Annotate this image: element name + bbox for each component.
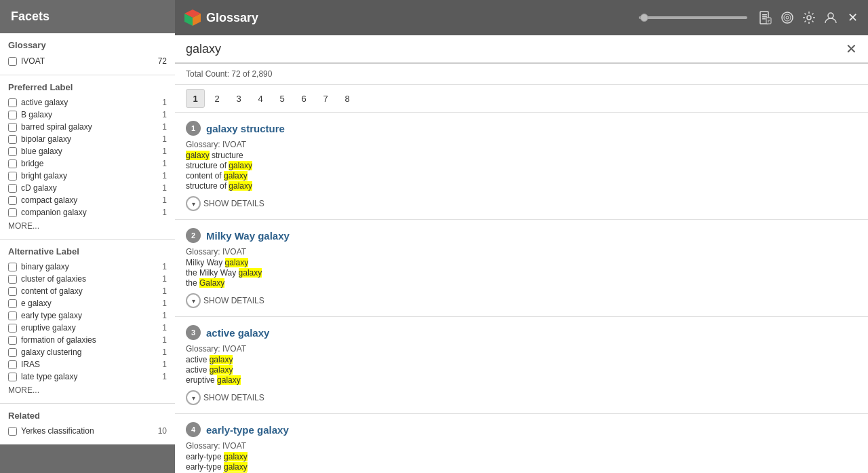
alternative-label-more[interactable]: MORE... — [8, 383, 167, 396]
slider-track[interactable] — [639, 16, 747, 19]
svg-rect-4 — [762, 14, 767, 16]
alt-item-cluster[interactable]: cluster of galaxies 1 — [8, 273, 167, 285]
zoom-slider[interactable] — [639, 16, 747, 19]
alt-item-iras[interactable]: IRAS 1 — [8, 358, 167, 371]
alt-count-late-type: 1 — [162, 372, 167, 381]
alt-item-early-type[interactable]: early type galaxy 1 — [8, 309, 167, 322]
pref-item-bridge[interactable]: bridge 1 — [8, 157, 167, 170]
pref-cb-compact[interactable] — [8, 196, 17, 205]
sidebar: Facets Glossary IVOAT 72 Preferred Label… — [0, 0, 175, 473]
alt-item-late-type[interactable]: late type galaxy 1 — [8, 371, 167, 383]
alt-count-early-type: 1 — [162, 311, 167, 320]
search-clear-button[interactable]: ✕ — [846, 41, 857, 57]
svg-point-11 — [807, 16, 811, 20]
alt-item-content[interactable]: content of galaxy 1 — [8, 285, 167, 297]
pref-item-bipolar[interactable]: bipolar galaxy 1 — [8, 133, 167, 145]
alt-label-galaxy-clustering: galaxy clustering — [21, 347, 159, 357]
result-3-header: 3 active galaxy — [186, 325, 857, 340]
alt-cb-e-galaxy[interactable] — [8, 299, 17, 308]
pref-item-barred-spiral[interactable]: barred spiral galaxy 1 — [8, 121, 167, 133]
page-3-button[interactable]: 3 — [229, 89, 248, 108]
pref-cb-active-galaxy[interactable] — [8, 98, 17, 107]
pref-cb-cd[interactable] — [8, 184, 17, 193]
header-icons: ✕ — [758, 10, 860, 25]
result-2-header: 2 Milky Way galaxy — [186, 228, 857, 243]
result-3-show-details[interactable]: ▾ SHOW DETAILS — [186, 390, 264, 405]
alt-item-galaxy-clustering[interactable]: galaxy clustering 1 — [8, 346, 167, 358]
pref-cb-blue[interactable] — [8, 147, 17, 156]
pref-cb-bipolar[interactable] — [8, 135, 17, 144]
result-2-line-3: the Galaxy — [186, 278, 857, 288]
result-1-title[interactable]: galaxy structure — [206, 123, 285, 134]
pref-cb-barred-spiral[interactable] — [8, 123, 17, 132]
alt-count-iras: 1 — [162, 360, 167, 369]
alt-cb-cluster[interactable] — [8, 275, 17, 284]
pref-cb-b-galaxy[interactable] — [8, 111, 17, 119]
alt-label-cluster: cluster of galaxies — [21, 274, 159, 284]
pref-label-b-galaxy: B galaxy — [21, 110, 159, 119]
pref-item-blue[interactable]: blue galaxy 1 — [8, 145, 167, 157]
alt-item-binary[interactable]: binary galaxy 1 — [8, 261, 167, 273]
result-4-line-2: early-type galaxy — [186, 462, 857, 472]
result-2-show-details[interactable]: ▾ SHOW DETAILS — [186, 293, 264, 308]
pref-label-active-galaxy: active galaxy — [21, 98, 159, 107]
result-3-title[interactable]: active galaxy — [206, 327, 269, 339]
search-input[interactable] — [186, 42, 846, 56]
alt-item-e-galaxy[interactable]: e galaxy 1 — [8, 297, 167, 309]
result-4-number: 4 — [186, 422, 201, 437]
alt-cb-iras[interactable] — [8, 360, 17, 369]
glossary-ivoat-checkbox[interactable] — [8, 57, 17, 66]
pref-label-compact: compact galaxy — [21, 195, 159, 205]
pref-cb-bright[interactable] — [8, 172, 17, 181]
related-item-yerkes[interactable]: Yerkes classification 10 — [8, 425, 167, 437]
page-8-button[interactable]: 8 — [338, 89, 357, 108]
page-7-button[interactable]: 7 — [316, 89, 335, 108]
pref-item-companion[interactable]: companion galaxy 1 — [8, 206, 167, 219]
alt-cb-content[interactable] — [8, 287, 17, 296]
pref-count-active-galaxy: 1 — [162, 98, 167, 107]
pref-cb-bridge[interactable] — [8, 159, 17, 168]
gear-icon[interactable] — [802, 10, 816, 25]
pref-item-b-galaxy[interactable]: B galaxy 1 — [8, 109, 167, 121]
result-3-line-2: active galaxy — [186, 365, 857, 375]
svg-rect-6 — [762, 18, 766, 20]
alt-item-eruptive[interactable]: eruptive galaxy 1 — [8, 322, 167, 334]
pref-item-bright[interactable]: bright galaxy 1 — [8, 170, 167, 182]
alt-count-formation: 1 — [162, 335, 167, 345]
alt-cb-early-type[interactable] — [8, 311, 17, 320]
close-button[interactable]: ✕ — [845, 10, 860, 25]
result-4-title[interactable]: early-type galaxy — [206, 424, 289, 436]
alt-cb-late-type[interactable] — [8, 373, 17, 381]
alt-cb-galaxy-clustering[interactable] — [8, 348, 17, 357]
alt-item-formation[interactable]: formation of galaxies 1 — [8, 334, 167, 346]
page-1-button[interactable]: 1 — [186, 89, 205, 108]
preferred-label-more[interactable]: MORE... — [8, 219, 167, 232]
document-icon[interactable] — [758, 10, 773, 25]
pref-item-active-galaxy[interactable]: active galaxy 1 — [8, 96, 167, 109]
slider-thumb[interactable] — [640, 14, 648, 22]
pref-item-cd[interactable]: cD galaxy 1 — [8, 182, 167, 194]
result-1-header: 1 galaxy structure — [186, 121, 857, 136]
pref-cb-companion[interactable] — [8, 208, 17, 217]
related-count-yerkes: 10 — [158, 426, 167, 436]
result-1-show-details[interactable]: ▾ SHOW DETAILS — [186, 196, 264, 211]
alt-cb-formation[interactable] — [8, 336, 17, 345]
page-5-button[interactable]: 5 — [273, 89, 292, 108]
page-2-button[interactable]: 2 — [208, 89, 226, 108]
alt-count-eruptive: 1 — [162, 323, 167, 333]
pref-count-bright: 1 — [162, 171, 167, 181]
svg-point-8 — [782, 12, 793, 23]
pref-item-compact[interactable]: compact galaxy 1 — [8, 194, 167, 206]
glossary-item-ivoat[interactable]: IVOAT 72 — [8, 54, 167, 68]
user-icon[interactable] — [823, 10, 838, 25]
alt-cb-eruptive[interactable] — [8, 324, 17, 333]
fingerprint-icon[interactable] — [780, 10, 795, 25]
svg-point-10 — [786, 16, 789, 19]
alt-cb-binary[interactable] — [8, 263, 17, 271]
related-cb-yerkes[interactable] — [8, 427, 17, 436]
page-4-button[interactable]: 4 — [251, 89, 270, 108]
result-1-number: 1 — [186, 121, 201, 136]
page-6-button[interactable]: 6 — [294, 89, 313, 108]
result-4-glossary: Glossary: IVOAT — [186, 441, 857, 451]
result-2-title[interactable]: Milky Way galaxy — [206, 230, 290, 242]
